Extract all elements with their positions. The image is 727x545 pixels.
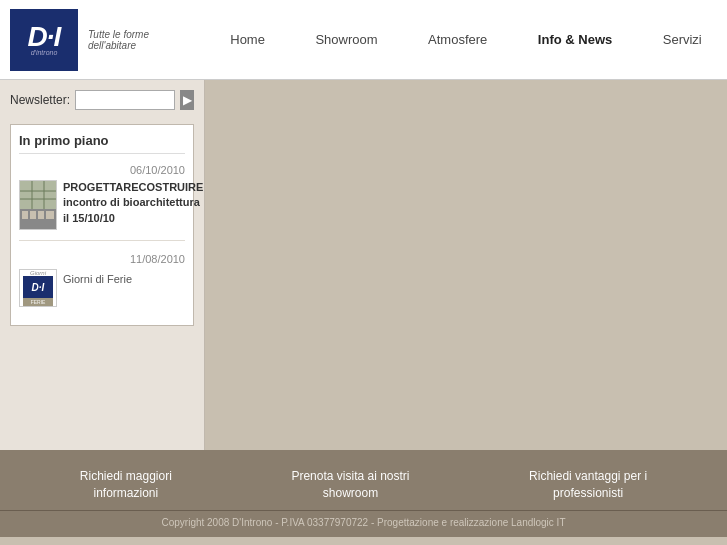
- logo-text: D·I: [28, 23, 61, 51]
- news-date-1: 06/10/2010: [19, 164, 185, 176]
- news-thumb-art-1: [20, 181, 56, 229]
- nav-showroom[interactable]: Showroom: [305, 27, 387, 52]
- tagline: Tutte le forme dell'abitare: [88, 29, 195, 51]
- news-item-2: 11/08/2010 Giorni D·I FERIE Giorni di Fe…: [19, 253, 185, 317]
- footer-link-1[interactable]: Richiedi maggiori informazioni: [80, 468, 172, 502]
- nav-servizi[interactable]: Servizi: [653, 27, 712, 52]
- news-content-1: PROGETTARECOSTRUIRE incontro di bioarchi…: [19, 180, 185, 230]
- newsletter-submit-button[interactable]: ▶: [180, 90, 194, 110]
- news-date-2: 11/08/2010: [19, 253, 185, 265]
- brand-sub: d'introno: [28, 49, 61, 56]
- footer-link-2[interactable]: Prenota visita ai nostri showroom: [291, 468, 409, 502]
- news-title-2: Giorni di Ferie: [63, 273, 132, 285]
- news-item-1: 06/10/2010: [19, 164, 185, 241]
- svg-rect-3: [30, 211, 36, 219]
- logo-box: D·I d'introno: [10, 9, 78, 71]
- logo-area: D·I d'introno Tutte le forme dell'abitar…: [0, 9, 205, 71]
- footer-links: Richiedi maggiori informazioni Prenota v…: [0, 460, 727, 511]
- footer-copyright: Copyright 2008 D'Introno - P.IVA 0337797…: [0, 511, 727, 532]
- newsletter-bar: Newsletter: ▶: [10, 90, 194, 110]
- svg-rect-5: [46, 211, 54, 219]
- main-nav: Home Showroom Atmosfere Info & News Serv…: [205, 0, 727, 79]
- news-thumb-1: [19, 180, 57, 230]
- svg-rect-4: [38, 211, 44, 219]
- main-layout: Newsletter: ▶ In primo piano 06/10/2010: [0, 80, 727, 450]
- in-primo-piano-section: In primo piano 06/10/2010: [10, 124, 194, 326]
- newsletter-input[interactable]: [75, 90, 175, 110]
- footer: Richiedi maggiori informazioni Prenota v…: [0, 450, 727, 537]
- newsletter-label: Newsletter:: [10, 93, 70, 107]
- nav-info-news[interactable]: Info & News: [528, 27, 622, 52]
- svg-rect-2: [22, 211, 28, 219]
- main-content: [205, 80, 727, 450]
- giorni-logo-text: D·I: [32, 282, 45, 293]
- header: D·I d'introno Tutte le forme dell'abitar…: [0, 0, 727, 80]
- sidebar: Newsletter: ▶ In primo piano 06/10/2010: [0, 80, 205, 450]
- giorni-logo-box: D·I: [23, 276, 53, 298]
- news-thumb-2: Giorni D·I FERIE: [19, 269, 57, 307]
- giorni-ferie-label: FERIE: [23, 298, 53, 306]
- section-title: In primo piano: [19, 133, 185, 154]
- footer-link-3[interactable]: Richiedi vantaggi per i professionisti: [529, 468, 647, 502]
- nav-home[interactable]: Home: [220, 27, 275, 52]
- news-content-2: Giorni D·I FERIE Giorni di Ferie: [19, 269, 185, 307]
- news-title-1: PROGETTARECOSTRUIRE incontro di bioarchi…: [63, 180, 203, 226]
- nav-atmosfere[interactable]: Atmosfere: [418, 27, 497, 52]
